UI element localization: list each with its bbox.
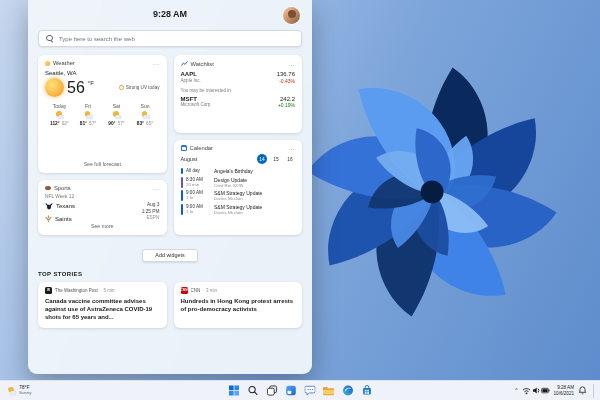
- read-time: 5 min: [101, 288, 115, 293]
- game-date: Aug 3: [147, 202, 160, 207]
- source-name: The Washington Post: [55, 288, 98, 293]
- high-temp: 81°: [80, 121, 87, 126]
- forecast-temps: 81°57°: [80, 121, 97, 126]
- user-avatar[interactable]: [283, 7, 300, 24]
- forecast-temps: 90°57°: [108, 121, 125, 126]
- source-favicon: CNN: [181, 287, 188, 294]
- widgets-grid: Weather ... Seattle, WA 56 °F Strong UV …: [38, 55, 302, 235]
- stock-row-msft[interactable]: MSFT Microsoft Corp. 242.2 +0.19%: [181, 95, 296, 110]
- event-subtitle: Darius Mcclain: [214, 196, 262, 201]
- event-time: All day: [186, 168, 211, 173]
- weather-widget[interactable]: Weather ... Seattle, WA 56 °F Strong UV …: [38, 55, 167, 173]
- matchup: Texans: [45, 202, 160, 223]
- partly-sunny-icon: [84, 111, 93, 119]
- show-desktop-button[interactable]: [593, 384, 596, 398]
- sports-title: Sports: [54, 185, 71, 191]
- wifi-volume-battery-icons[interactable]: [522, 386, 550, 395]
- stocks-chart-icon: [181, 60, 188, 67]
- start-button[interactable]: [228, 385, 240, 397]
- stock-symbol: AAPL: [181, 71, 201, 77]
- date-pill-16[interactable]: 16: [285, 154, 295, 164]
- low-temp: 57°: [89, 121, 96, 126]
- team-name: Saints: [55, 216, 72, 222]
- story-source-row: CNN CNN 3 min: [181, 287, 296, 294]
- task-view-button[interactable]: [266, 385, 278, 397]
- forecast-day: Fri 81°57°: [75, 103, 102, 126]
- story-headline[interactable]: Canada vaccine committee advises against…: [45, 297, 160, 322]
- stock-company: Apple Inc.: [181, 78, 201, 83]
- event-color-bar: [181, 190, 184, 201]
- taskbar-center-icons: [228, 385, 373, 397]
- top-stories-row: W The Washington Post 5 min Canada vacci…: [38, 282, 302, 328]
- team-row-saints[interactable]: Saints: [45, 215, 75, 223]
- chat-button[interactable]: [304, 385, 316, 397]
- panel-header: 9:28 AM: [38, 5, 302, 27]
- folder-icon: [323, 386, 335, 396]
- date-pill-14[interactable]: 14: [257, 154, 267, 164]
- sports-header: Sports ...: [45, 185, 160, 191]
- event-color-bar: [181, 177, 184, 188]
- weather-footer-link[interactable]: See full forecast: [45, 161, 160, 167]
- weather-title: Weather: [53, 60, 75, 66]
- more-options-icon[interactable]: ...: [288, 62, 295, 66]
- partly-sunny-icon: [112, 111, 121, 119]
- stock-price: 136.76: [277, 71, 295, 77]
- search-placeholder: Type here to search the web: [59, 36, 135, 42]
- date-pill-15[interactable]: 15: [271, 154, 281, 164]
- forecast-day: Today 112°92°: [46, 103, 73, 126]
- panel-clock: 9:28 AM: [38, 9, 302, 19]
- taskbar-date: 10/6/2021: [554, 391, 574, 397]
- web-search-input[interactable]: Type here to search the web: [38, 30, 302, 47]
- sports-footer-link[interactable]: See more: [45, 223, 160, 229]
- calendar-header: Calendar ...: [181, 145, 296, 151]
- widgets-button[interactable]: [285, 385, 297, 397]
- more-options-icon[interactable]: ...: [288, 146, 295, 150]
- edge-icon: [342, 385, 353, 396]
- stock-row-aapl[interactable]: AAPL Apple Inc. 136.76 -0.43%: [181, 70, 296, 85]
- partly-sunny-icon: [141, 111, 150, 119]
- tray-chevron-up-icon[interactable]: ^: [515, 388, 518, 394]
- low-temp: 65°: [146, 121, 153, 126]
- more-options-icon[interactable]: ...: [153, 61, 160, 65]
- search-icon: [247, 385, 258, 396]
- calendar-event[interactable]: 9:00 AM1 hr S&M Strategy UpdateDarius Mc…: [181, 190, 296, 201]
- search-button[interactable]: [247, 385, 259, 397]
- forecast-day: Sun 83°65°: [132, 103, 159, 126]
- team-row-texans[interactable]: Texans: [45, 202, 75, 210]
- notification-bell-icon[interactable]: [578, 386, 587, 395]
- edge-browser-button[interactable]: [342, 385, 354, 397]
- forecast-day-label: Fri: [85, 103, 91, 109]
- watchlist-widget[interactable]: Watchlist ... AAPL Apple Inc. 136.76 -0.…: [174, 55, 303, 133]
- story-headline[interactable]: Hundreds in Hong Kong protest arrests of…: [181, 297, 296, 314]
- calendar-widget[interactable]: Calendar ... August 14 15 16 All day: [174, 140, 303, 235]
- file-explorer-button[interactable]: [323, 385, 335, 397]
- news-story[interactable]: W The Washington Post 5 min Canada vacci…: [38, 282, 167, 328]
- watchlist-header: Watchlist ...: [181, 60, 296, 67]
- stock-company: Microsoft Corp.: [181, 102, 212, 107]
- calendar-event[interactable]: 8:30 AM20 min Design UpdateConf Rm 32/35: [181, 177, 296, 188]
- add-widgets-button[interactable]: Add widgets: [142, 249, 197, 262]
- news-story[interactable]: CNN CNN 3 min Hundreds in Hong Kong prot…: [174, 282, 303, 328]
- calendar-event[interactable]: All day Angela's Birthday: [181, 168, 296, 174]
- widgets-column-left: Weather ... Seattle, WA 56 °F Strong UV …: [38, 55, 167, 235]
- calendar-month: August: [181, 156, 198, 162]
- weather-unit: °F: [88, 80, 94, 86]
- store-button[interactable]: [361, 385, 373, 397]
- sports-widget[interactable]: Sports ... NFL Week 12 Texa: [38, 180, 167, 235]
- event-color-bar: [181, 204, 184, 215]
- taskbar-clock[interactable]: 9:28 AM 10/6/2021: [554, 385, 574, 396]
- weather-current: 56 °F Strong UV today: [45, 78, 160, 97]
- calendar-event[interactable]: 9:00 AM1 hr S&M Strategy UpdateDarius Mc…: [181, 204, 296, 215]
- stock-symbol: MSFT: [181, 96, 212, 102]
- more-options-icon[interactable]: ...: [153, 186, 160, 190]
- weather-icon: [45, 61, 50, 66]
- calendar-icon: [181, 145, 187, 151]
- team-name: Texans: [56, 203, 75, 209]
- stock-change: -0.43%: [277, 78, 295, 84]
- widgets-panel: 9:28 AM Type here to search the web Weat…: [28, 0, 312, 374]
- saints-fleur-de-lis-icon: [45, 215, 52, 223]
- forecast-day-label: Sun: [141, 103, 150, 109]
- taskbar-weather-widget[interactable]: 78°F Sunny: [7, 385, 31, 395]
- weather-location: Seattle, WA: [45, 70, 160, 76]
- event-list: All day Angela's Birthday 8:30 AM20 min …: [181, 168, 296, 215]
